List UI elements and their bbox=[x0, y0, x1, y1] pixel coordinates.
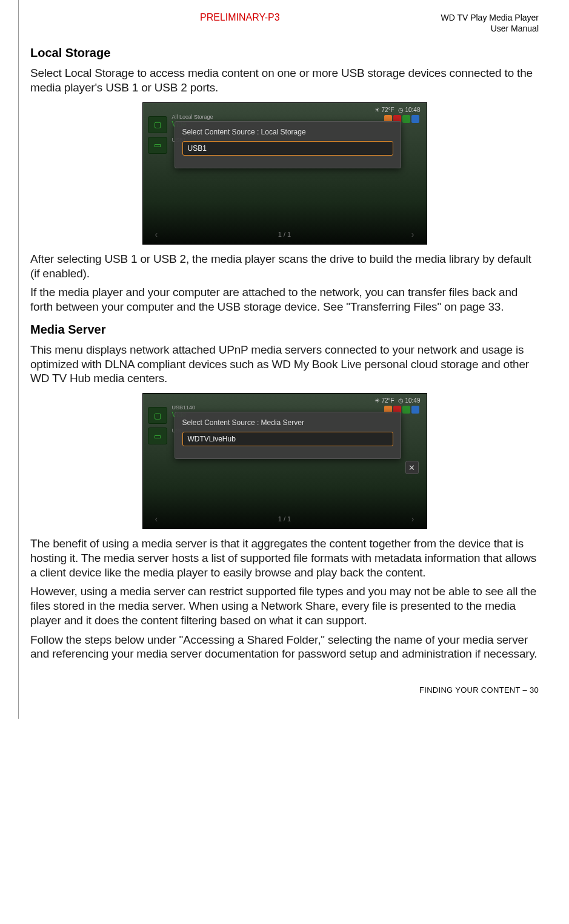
heading-local-storage: Local Storage bbox=[30, 46, 539, 60]
clock-time: 10:48 bbox=[398, 107, 421, 113]
clock-time: 10:49 bbox=[398, 397, 421, 404]
page-header: PRELIMINARY-P3 WD TV Play Media Player U… bbox=[30, 12, 539, 34]
status-bar: 72°F 10:48 bbox=[374, 107, 421, 113]
local-storage-p1: Select Local Storage to access media con… bbox=[30, 66, 539, 95]
dialog-title: Select Content Source : Media Server bbox=[182, 418, 393, 427]
media-server-p2: The benefit of using a media server is t… bbox=[30, 536, 539, 579]
content-source-dialog: Select Content Source : Media Server WDT… bbox=[175, 412, 401, 459]
chevron-left-icon[interactable]: ‹ bbox=[155, 514, 158, 524]
footer-page: 30 bbox=[530, 685, 539, 695]
page-footer: FINDING YOUR CONTENT – 30 bbox=[30, 685, 539, 695]
status-bar: 72°F 10:49 bbox=[374, 397, 421, 404]
preliminary-stamp: PRELIMINARY-P3 bbox=[200, 12, 280, 23]
chevron-right-icon[interactable]: › bbox=[411, 229, 414, 239]
media-server-p1: This menu displays network attached UPnP… bbox=[30, 343, 539, 386]
close-icon[interactable]: ✕ bbox=[405, 461, 419, 474]
app-icon bbox=[402, 406, 410, 414]
app-icon bbox=[411, 406, 419, 414]
video-tab-icon[interactable]: ▢ bbox=[148, 116, 167, 133]
side-tabs: ▢ ▭ bbox=[148, 407, 167, 444]
app-icon bbox=[402, 115, 410, 123]
screenshot-local-storage: 72°F 10:48 ▢ ▭ All Local Storage Vide US… bbox=[142, 102, 427, 245]
pager: ‹ 1 / 1 › bbox=[143, 229, 427, 239]
folder-tab-icon[interactable]: ▭ bbox=[148, 427, 167, 444]
folder-tab-icon[interactable]: ▭ bbox=[148, 137, 167, 154]
chevron-right-icon[interactable]: › bbox=[411, 514, 414, 524]
pager-text: 1 / 1 bbox=[278, 231, 291, 238]
pager-text: 1 / 1 bbox=[278, 515, 291, 523]
pager: ‹ 1 / 1 › bbox=[143, 514, 427, 524]
dialog-item-wdtvlivehub[interactable]: WDTVLiveHub bbox=[182, 432, 393, 446]
weather-temp: 72°F bbox=[374, 397, 394, 404]
bg-label-top: USB1140 bbox=[172, 404, 196, 411]
local-storage-p2: After selecting USB 1 or USB 2, the medi… bbox=[30, 252, 539, 281]
media-server-p3: However, using a media server can restri… bbox=[30, 584, 539, 627]
side-tabs: ▢ ▭ bbox=[148, 116, 167, 154]
heading-media-server: Media Server bbox=[30, 323, 539, 337]
chevron-left-icon[interactable]: ‹ bbox=[155, 229, 158, 239]
screenshot-media-server: 72°F 10:49 ▢ ▭ USB1140 Vide USB Select C… bbox=[142, 393, 427, 529]
page-left-rule bbox=[18, 0, 19, 719]
doc-title-line1: WD TV Play Media Player bbox=[441, 13, 539, 22]
app-icon bbox=[411, 115, 419, 123]
dialog-item-usb1[interactable]: USB1 bbox=[182, 141, 393, 156]
doc-title-line2: User Manual bbox=[491, 24, 539, 33]
footer-section: FINDING YOUR CONTENT bbox=[419, 685, 521, 695]
dialog-title: Select Content Source : Local Storage bbox=[182, 128, 393, 136]
footer-sep: – bbox=[521, 685, 530, 695]
media-server-p4: Follow the steps below under "Accessing … bbox=[30, 633, 539, 662]
doc-title: WD TV Play Media Player User Manual bbox=[441, 12, 539, 34]
weather-temp: 72°F bbox=[374, 107, 394, 113]
local-storage-p3: If the media player and your computer ar… bbox=[30, 285, 539, 314]
video-tab-icon[interactable]: ▢ bbox=[148, 407, 167, 424]
bg-label-all: All Local Storage bbox=[172, 114, 213, 120]
content-source-dialog: Select Content Source : Local Storage US… bbox=[175, 121, 401, 168]
